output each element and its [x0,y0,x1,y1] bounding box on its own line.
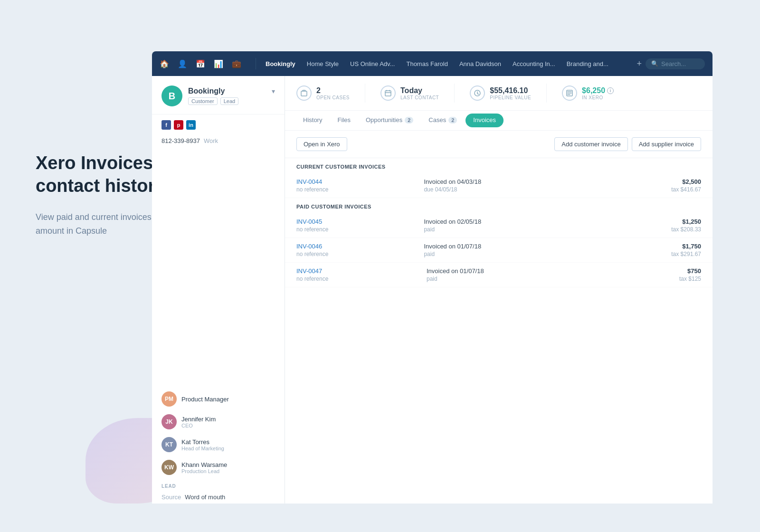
avatar: JK [162,414,177,429]
list-item: PM Product Manager [152,388,285,410]
paid-invoices-title: PAID CUSTOMER INVOICES [285,198,712,213]
nav-divider [256,58,256,69]
nav-tab-bookingly[interactable]: Bookingly [261,57,300,70]
briefcase-icon[interactable]: 💼 [232,59,241,68]
phone-number: 812-339-8937 [162,137,200,144]
invoice-panel: 2 OPEN CASES Today LAST CONTACT $55,416.… [285,76,712,504]
nav-tabs: Bookingly Home Style US Online Adv... Th… [261,57,633,70]
lead-source: Source Word of mouth [152,491,285,504]
tab-opportunities[interactable]: Opportunities 2 [359,111,420,130]
invoice-amount-col: $1,750 tax $291.67 [671,243,701,257]
stat-divider-1 [365,84,365,103]
last-contact-icon [380,86,396,101]
tag-lead[interactable]: Lead [220,97,238,105]
nav-tab-home-style[interactable]: Home Style [302,57,343,70]
nav-tab-anna[interactable]: Anna Davidson [455,57,506,70]
stat-xero-content: $6,250i IN XERO [582,86,614,100]
nav-tab-accounting[interactable]: Accounting In... [508,57,560,70]
invoice-number-col: INV-0046 no reference [296,243,416,257]
tag-customer[interactable]: Customer [188,97,218,105]
pipeline-icon [470,86,485,101]
nav-tab-thomas[interactable]: Thomas Farold [401,57,452,70]
stat-open-cases-content: 2 OPEN CASES [316,86,350,100]
contact-avatar: B [162,86,182,106]
nav-tab-branding[interactable]: Branding and... [562,57,613,70]
list-item: JK Jennifer Kim CEO [152,410,285,433]
search-input[interactable] [661,60,699,67]
person-role: Production Lead [181,468,275,474]
invoice-row-inv0045[interactable]: INV-0045 no reference Invoiced on 02/05/… [285,213,712,238]
invoice-amount-col: $1,250 tax $208.33 [671,218,701,233]
stat-divider-2 [454,84,455,103]
stat-open-cases: 2 OPEN CASES [296,86,350,101]
invoice-status: paid [424,226,664,233]
contact-phone: 812-339-8937 Work [152,135,285,152]
invoice-date: Invoiced on 01/07/18 [424,243,664,250]
person-name: Product Manager [181,396,275,403]
invoice-tax: tax $208.33 [671,226,701,233]
facebook-icon[interactable]: f [162,120,171,130]
contact-tags: Customer Lead [188,97,238,105]
calendar-icon[interactable]: 📅 [196,59,205,68]
invoice-row-inv0046[interactable]: INV-0046 no reference Invoiced on 01/07/… [285,238,712,263]
linkedin-icon[interactable]: in [186,120,196,130]
invoice-due: due 04/05/18 [424,186,664,193]
invoice-action-buttons: Add customer invoice Add supplier invoic… [554,137,701,151]
invoice-number: INV-0047 [296,267,419,275]
stats-row: 2 OPEN CASES Today LAST CONTACT $55,416.… [285,76,712,111]
chart-icon[interactable]: 📊 [214,59,223,68]
stat-last-contact-content: Today LAST CONTACT [400,86,439,100]
invoice-ref: no reference [296,186,416,193]
invoice-amount-col: $750 tax $125 [679,267,701,282]
invoice-date: Invoiced on 02/05/18 [424,218,664,225]
invoice-amount: $1,250 [671,218,701,225]
contact-details: Bookingly Customer Lead [188,87,238,105]
invoice-number-col: INV-0044 no reference [296,178,416,193]
invoice-number: INV-0044 [296,178,416,185]
invoice-tax: tax $291.67 [671,251,701,257]
tab-cases[interactable]: Cases 2 [422,111,464,130]
nav-icons: 🏠 👤 📅 📊 💼 [160,59,241,68]
lead-source-value: Word of mouth [185,494,225,501]
user-icon[interactable]: 👤 [178,59,187,68]
person-info: Kat Torres Head of Marketing [181,438,275,451]
invoice-ref: no reference [296,276,419,282]
contact-info: B Bookingly Customer Lead [162,86,238,106]
avatar: KT [162,437,177,452]
invoice-row-inv0047[interactable]: INV-0047 no reference Invoiced on 01/07/… [285,263,712,287]
invoice-amount: $1,750 [671,243,701,250]
add-tab-button[interactable]: + [633,57,646,71]
invoice-toolbar: Open in Xero Add customer invoice Add su… [285,131,712,158]
person-role: CEO [181,423,275,428]
contact-name: Bookingly [188,87,238,95]
stat-last-contact: Today LAST CONTACT [380,86,439,101]
list-item: KT Kat Torres Head of Marketing [152,433,285,456]
stat-xero-value: $6,250i [582,86,614,95]
people-list: PM Product Manager JK Jennifer Kim CEO K… [152,388,285,504]
avatar: PM [162,391,177,407]
add-supplier-invoice-button[interactable]: Add supplier invoice [632,137,701,151]
add-customer-invoice-button[interactable]: Add customer invoice [554,137,627,151]
invoice-row-inv0044[interactable]: INV-0044 no reference Invoiced on 04/03/… [285,173,712,198]
info-icon[interactable]: i [607,87,614,94]
invoice-date-col: Invoiced on 02/05/18 paid [416,218,671,233]
current-invoices-title: CURRENT CUSTOMER INVOICES [285,158,712,173]
stat-pipeline: $55,416.10 PIPELINE VALUE [470,86,531,101]
invoice-date-col: Invoiced on 01/07/18 paid [416,243,671,257]
invoice-date-col: Invoiced on 04/03/18 due 04/05/18 [416,178,671,193]
stat-divider-3 [546,84,547,103]
chevron-down-icon[interactable]: ▾ [272,87,275,95]
tab-history[interactable]: History [296,111,329,130]
invoice-amount: $750 [679,267,701,275]
person-name: Kat Torres [181,438,275,446]
nav-tab-us-online[interactable]: US Online Adv... [345,57,399,70]
invoice-amount: $2,500 [671,178,701,185]
opportunities-badge: 2 [405,117,413,124]
open-in-xero-button[interactable]: Open in Xero [296,137,347,151]
pinterest-icon[interactable]: p [174,120,183,130]
invoice-date: Invoiced on 01/07/18 [427,267,672,275]
stat-pipeline-value: $55,416.10 [490,86,531,95]
tab-files[interactable]: Files [331,111,357,130]
home-icon[interactable]: 🏠 [160,59,169,68]
tab-invoices[interactable]: Invoices [466,114,504,127]
